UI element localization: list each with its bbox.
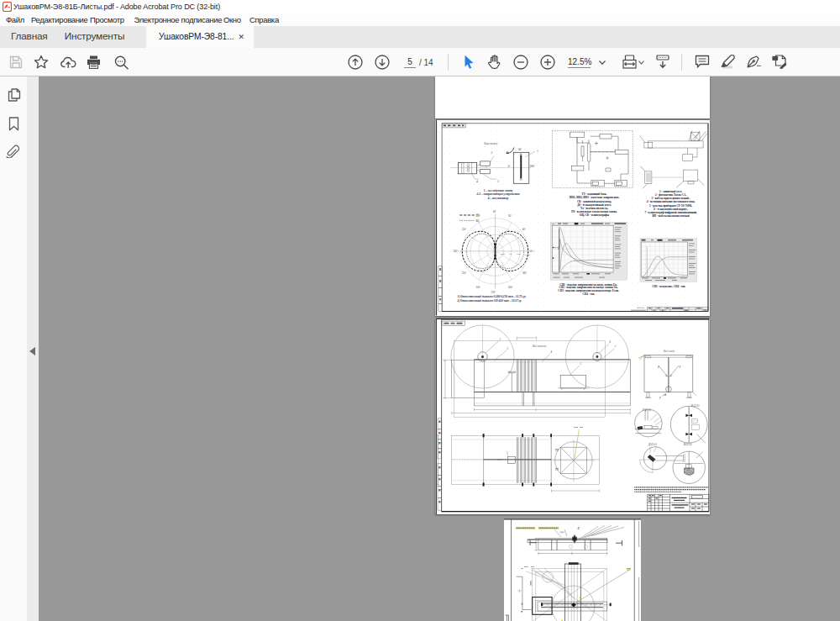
svg-text:Б (2:1): Б (2:1): [690, 403, 699, 407]
svg-text:270°: 270°: [491, 291, 495, 294]
svg-text:ВП - кабель высокочастотный: ВП - кабель высокочастотный: [652, 214, 689, 218]
svg-text:5: 5: [580, 362, 581, 366]
svg-text:0°: 0°: [507, 165, 510, 168]
svg-text:150°: 150°: [461, 228, 465, 231]
svg-text:4: 4: [550, 350, 552, 354]
svg-text:4: 4: [475, 180, 477, 183]
svg-text:Вид сзади: Вид сзади: [664, 349, 675, 352]
svg-text:1 – исследуемая лампа: 1 – исследуемая лампа: [483, 189, 512, 192]
svg-text:90°: 90°: [492, 210, 496, 213]
svg-text:Вид спереди: Вид спереди: [532, 345, 546, 348]
svg-text:СН4 - ток: СН4 - ток: [582, 292, 594, 296]
svg-text:ВЦ: ВЦ: [475, 219, 479, 223]
svg-text:7: 7: [614, 345, 616, 349]
svg-text:1: 1: [536, 150, 538, 153]
svg-text:9: 9: [679, 366, 680, 369]
svg-text:240°: 240°: [475, 286, 480, 289]
svg-text:4 – коллиматор: 4 – коллиматор: [486, 197, 508, 200]
svg-text:30°: 30°: [508, 214, 512, 218]
svg-text:1) Относительный диапазон 0,28: 1) Относительный диапазон 0,286-0,274 мк…: [457, 294, 526, 298]
svg-text:2: 2: [491, 151, 492, 155]
svg-text:Д (2:1): Д (2:1): [648, 443, 657, 446]
svg-text:ОЦ, СВ - осциллографы: ОЦ, СВ - осциллографы: [580, 213, 610, 217]
svg-text:УЗ: УЗ: [475, 213, 479, 217]
svg-text:Б: Б: [577, 526, 580, 529]
svg-text:90°: 90°: [518, 148, 522, 151]
svg-text:Вид сверху: Вид сверху: [484, 142, 498, 145]
svg-text:Г: Г: [659, 396, 661, 399]
svg-text:180°: 180°: [453, 250, 457, 253]
svg-text:0,75: 0,75: [517, 253, 521, 255]
svg-text:180°: 180°: [529, 165, 534, 168]
svg-text:СН1 - излучение, СН4 - ток: СН1 - излучение, СН4 - ток: [652, 285, 685, 288]
svg-text:2: 2: [507, 347, 508, 350]
svg-text:330°: 330°: [522, 271, 526, 275]
svg-text:0,5: 0,5: [508, 253, 512, 255]
svg-text:2,3 – направляющие устройства: 2,3 – направляющие устройства: [475, 192, 519, 196]
svg-text:300°: 300°: [508, 286, 512, 289]
svg-text:В (2:1): В (2:1): [684, 443, 691, 446]
svg-text:отн. ед.: отн. ед.: [524, 254, 531, 255]
svg-text:2) Относительный диапазон 310-: 2) Относительный диапазон 310-420 мкм – …: [456, 298, 522, 303]
svg-text:3: 3: [496, 180, 498, 183]
svg-text:210°: 210°: [461, 271, 465, 275]
svg-text:60°: 60°: [522, 228, 525, 231]
svg-text:6: 6: [609, 340, 611, 344]
svg-text:0°: 0°: [530, 250, 532, 253]
